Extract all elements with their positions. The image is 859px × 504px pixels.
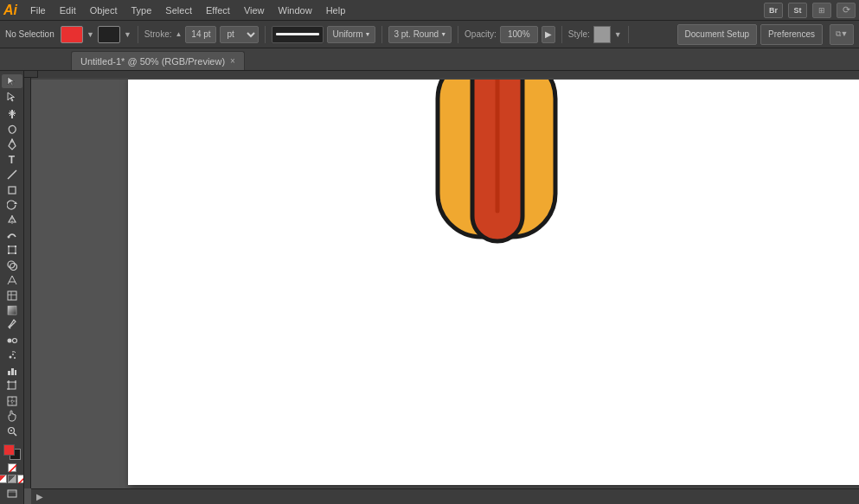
menu-object[interactable]: Object [84, 3, 124, 17]
round-cap-select[interactable]: 3 pt. Round ▼ [388, 26, 452, 43]
document-tab[interactable]: Untitled-1* @ 50% (RGB/Preview) × [71, 51, 245, 70]
svg-rect-32 [8, 371, 10, 375]
ruler-corner [24, 71, 38, 78]
menu-view[interactable]: View [238, 3, 271, 17]
svg-rect-15 [8, 252, 10, 254]
svg-rect-49 [8, 490, 16, 497]
preferences-button[interactable]: Preferences [760, 24, 823, 45]
stroke-input-group [185, 26, 216, 43]
svg-rect-35 [9, 382, 16, 389]
stroke-color-dropdown-arrow[interactable]: ▼ [124, 30, 131, 39]
fill-color-swatch[interactable] [61, 26, 83, 43]
stock-icon-btn[interactable]: St [788, 3, 807, 18]
menu-type[interactable]: Type [125, 3, 158, 17]
stroke-spinner-up[interactable]: ▲ [176, 30, 183, 38]
zoom-tool-btn[interactable] [2, 424, 22, 437]
tab-close-btn[interactable]: × [230, 56, 235, 66]
divider-6 [628, 26, 629, 43]
svg-rect-13 [8, 246, 10, 247]
reflect-tool-btn[interactable] [2, 213, 22, 226]
gradient-tool-btn[interactable] [2, 303, 22, 317]
divider-5 [561, 26, 562, 43]
menu-help[interactable]: Help [320, 3, 352, 17]
free-transform-btn[interactable] [2, 243, 22, 257]
mesh-tool-btn[interactable] [2, 288, 22, 302]
svg-rect-34 [15, 370, 16, 375]
rectangle-tool-btn[interactable] [2, 182, 22, 196]
svg-point-11 [7, 235, 10, 238]
tab-bar: Untitled-1* @ 50% (RGB/Preview) × [0, 48, 859, 71]
shape-builder-btn[interactable] [2, 258, 22, 271]
hotdog-illustration [427, 71, 566, 247]
color-mode-icons [0, 474, 24, 484]
selection-tool-btn[interactable] [2, 74, 22, 88]
ruler-ticks-h [31, 73, 859, 80]
svg-rect-33 [11, 368, 14, 375]
svg-marker-0 [8, 77, 15, 86]
uniform-select[interactable]: Uniform ▼ [327, 26, 375, 43]
warp-tool-btn[interactable] [2, 228, 22, 242]
symbol-sprayer-btn[interactable] [2, 348, 22, 362]
artboard-btn[interactable] [2, 379, 22, 392]
artboard [128, 78, 859, 485]
svg-line-47 [10, 465, 16, 472]
no-fill-swatch[interactable] [8, 463, 16, 472]
style-dropdown-arrow[interactable]: ▼ [614, 30, 622, 39]
svg-rect-14 [15, 246, 16, 247]
grid-icon-btn[interactable]: ⊞ [812, 3, 831, 18]
screen-mode-btn[interactable] [2, 487, 22, 501]
rotate-tool-btn[interactable] [2, 198, 22, 212]
menu-file[interactable]: File [24, 3, 52, 17]
opacity-value-input[interactable] [500, 26, 538, 43]
blend-tool-btn[interactable] [2, 334, 22, 348]
svg-line-44 [14, 433, 16, 436]
menu-bar: Ai File Edit Object Type Select Effect V… [0, 0, 859, 21]
vertical-ruler [24, 78, 31, 488]
lasso-btn[interactable] [2, 123, 22, 137]
style-swatch[interactable] [593, 26, 611, 43]
tab-title: Untitled-1* @ 50% (RGB/Preview) [80, 56, 225, 67]
menu-edit[interactable]: Edit [54, 3, 82, 17]
divider-1 [138, 26, 138, 43]
bridge-icon-btn[interactable]: Br [764, 3, 783, 18]
menu-window[interactable]: Window [272, 3, 318, 17]
divider-2 [265, 26, 266, 43]
menu-effect[interactable]: Effect [200, 3, 236, 17]
stroke-color-swatch[interactable] [98, 26, 120, 43]
stroke-unit-select[interactable]: pt px mm [220, 26, 259, 43]
color-icon[interactable] [0, 475, 7, 483]
fill-dropdown-arrow[interactable]: ▼ [87, 30, 94, 39]
gradient-icon[interactable] [8, 475, 16, 483]
type-tool-btn[interactable]: T [2, 152, 22, 166]
document-setup-button[interactable]: Document Setup [677, 24, 758, 45]
stroke-value-input[interactable] [185, 26, 216, 43]
line-segment-btn[interactable] [2, 168, 22, 182]
app-logo: Ai [3, 3, 17, 18]
direct-selection-tool-btn[interactable] [2, 89, 22, 103]
none-icon[interactable] [17, 475, 25, 483]
svg-rect-25 [8, 306, 16, 315]
left-toolbar: T [0, 71, 24, 504]
magic-wand-btn[interactable] [2, 107, 22, 121]
perspective-grid-btn[interactable] [2, 273, 22, 287]
svg-marker-1 [8, 93, 15, 101]
svg-rect-12 [9, 246, 16, 253]
svg-point-27 [7, 338, 11, 342]
menu-select[interactable]: Select [159, 3, 198, 17]
fill-swatch[interactable] [3, 444, 15, 456]
svg-point-28 [12, 338, 16, 342]
svg-point-30 [12, 354, 14, 355]
opacity-more-btn[interactable]: ▶ [542, 26, 555, 43]
stroke-line-preview [272, 26, 324, 43]
svg-rect-22 [8, 291, 16, 300]
hand-tool-btn[interactable] [2, 409, 22, 423]
arrange-icon-btn[interactable]: ⧉▼ [830, 24, 854, 45]
column-graph-btn[interactable] [2, 364, 22, 378]
slice-btn[interactable] [2, 393, 22, 407]
sync-icon-btn[interactable]: ⟳ [837, 3, 856, 18]
eyedropper-btn[interactable] [2, 318, 22, 332]
divider-3 [381, 26, 382, 43]
opacity-label: Opacity: [465, 29, 497, 39]
pen-tool-btn[interactable] [2, 137, 22, 151]
svg-rect-8 [9, 187, 16, 194]
